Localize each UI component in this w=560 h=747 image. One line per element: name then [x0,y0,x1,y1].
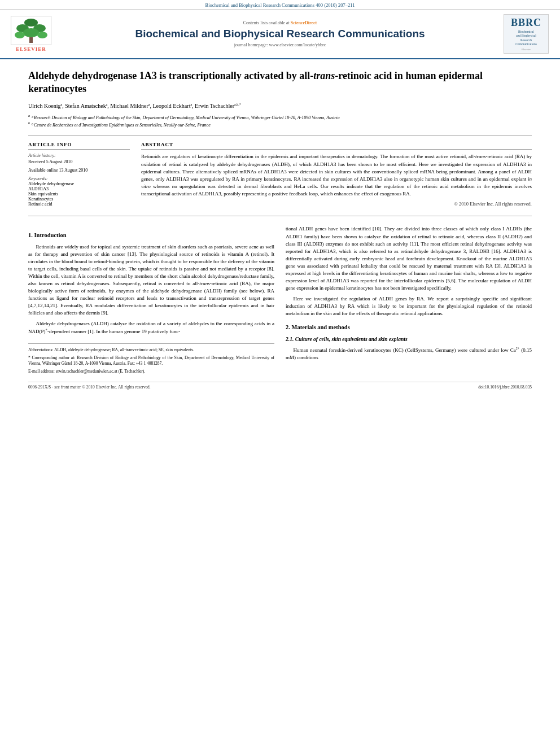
affiliations: a ᵃ Research Division of Biology and Pat… [28,113,532,128]
article-history-label: Article history: [28,153,130,158]
elsevier-tree-icon [14,18,48,43]
right-para-2: Here we investigated the regulation of A… [286,295,532,317]
journal-title-center: Contents lists available at ScienceDirec… [56,20,504,48]
svg-point-4 [15,32,25,38]
journal-homepage: journal homepage: www.elsevier.com/locat… [62,42,498,47]
affiliation-b: b ᵇ Centre de Recherches et d’Investigat… [28,121,532,128]
methods-heading: 2. Materials and methods [286,323,532,331]
svg-point-3 [23,28,39,37]
top-banner: ELSEVIER Contents lists available at Sci… [0,10,560,59]
footnotes-section: Abbreviations: ALDH, aldehyde dehydrogen… [28,343,274,374]
two-column-body: 1. Introduction Retinoids are widely use… [28,225,532,376]
bbrc-logo: BBRC Biochemicaland BiophysicalResearchC… [504,14,549,54]
keywords-section: Keywords: Aldehyde dehydrogenase ALDH1A3… [28,176,130,207]
keywords-label: Keywords: [28,176,130,181]
intro-para-2: Aldehyde dehydrogenases (ALDH) catalyze … [28,320,274,335]
footer-doi: doi:10.1016/j.bbrc.2010.08.035 [478,385,532,390]
keyword-1: Aldehyde dehydrogenase [28,181,130,186]
bbrc-subtitle: Biochemicaland BiophysicalResearchCommun… [515,30,537,46]
footnote-abbrev: Abbreviations: ALDH, aldehyde dehydrogen… [28,347,274,353]
elsevier-wordmark: ELSEVIER [16,46,46,52]
methods-para-1: Human neonatal foreskin-derived keratino… [286,346,532,361]
bbrc-publisher: Elsevier [522,48,531,51]
article-info-title: ARTICLE INFO [28,142,130,150]
page-footer: 0006-291X/$ - see front matter © 2010 El… [28,382,532,390]
keyword-5: Retinoic acid [28,202,130,207]
keyword-2: ALDH1A3 [28,186,130,191]
bbrc-letters: BBRC [511,17,541,29]
divider-1 [28,136,532,136]
contents-line: Contents lists available at ScienceDirec… [62,20,498,25]
journal-citation: Biochemical and Biophysical Research Com… [205,2,355,8]
journal-header-bar: Biochemical and Biophysical Research Com… [0,0,560,10]
elsevier-logo: ELSEVIER [6,16,56,52]
article-info: ARTICLE INFO Article history: Received 5… [28,142,130,207]
footnote-corresponding: * Corresponding author at: Research Divi… [28,355,274,367]
copyright: © 2010 Elsevier Inc. All rights reserved… [141,201,532,207]
article-info-abstract-section: ARTICLE INFO Article history: Received 5… [28,142,532,207]
right-column: tional ALDH genes have been identified [… [286,225,532,376]
right-para-1: tional ALDH genes have been identified [… [286,225,532,291]
sciencedirect-link[interactable]: ScienceDirect [291,20,317,25]
abstract-section: ABSTRACT Retinoids are regulators of ker… [141,142,532,207]
abstract-text: Retinoids are regulators of keratinocyte… [141,153,532,197]
abstract-title: ABSTRACT [141,142,532,150]
left-column: 1. Introduction Retinoids are widely use… [28,225,274,376]
footer-issn: 0006-291X/$ - see front matter © 2010 El… [28,385,151,390]
journal-name: Biochemical and Biophysical Research Com… [62,28,498,41]
svg-rect-6 [29,37,33,43]
svg-point-5 [37,32,47,38]
received-date: Received 5 August 2010 [28,159,130,164]
affiliation-a: a ᵃ Research Division of Biology and Pat… [28,113,532,121]
article-title: Aldehyde dehydrogenase 1A3 is transcript… [28,69,532,96]
intro-para-1: Retinoids are widely used for topical an… [28,243,274,317]
keyword-4: Keratinocytes [28,196,130,202]
keyword-3: Skin equivalents [28,191,130,196]
divider-2 [28,216,532,216]
intro-heading: 1. Introduction [28,231,274,239]
authors: Ulrich Koeniga, Stefan Amatscheka, Micha… [28,102,532,110]
footnote-email: E-mail address: erwin.tschachler@meduniw… [28,369,274,375]
methods-subheading: 2.1. Culture of cells, skin equivalents … [286,336,532,344]
elsevier-logo-image [11,16,51,45]
page-body: Aldehyde dehydrogenase 1A3 is transcript… [0,59,560,401]
available-date: Available online 13 August 2010 [28,168,130,173]
